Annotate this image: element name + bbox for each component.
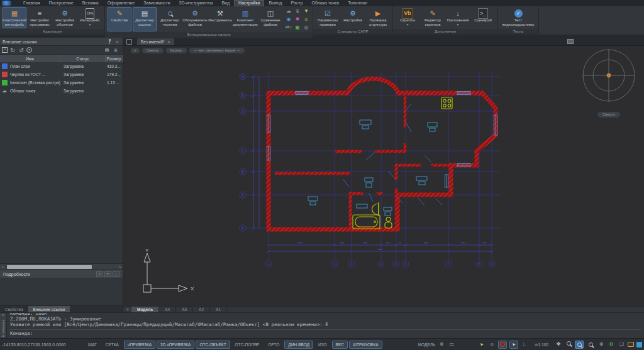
xref-manager-button[interactable]: ▤ Диспетчер ссылок: [133, 7, 157, 31]
scroll-left-arrow[interactable]: <: [0, 265, 6, 269]
tab-a1[interactable]: A1: [210, 307, 227, 312]
toggle-otrack-object[interactable]: ОТС-ОБЪЕКТ: [196, 341, 230, 349]
toggle-osnap[interactable]: оПРИВЯЗКА: [124, 341, 155, 349]
palette-icon[interactable]: ✱: [293, 15, 302, 23]
menu-tab-topoplan[interactable]: Топоплан: [343, 0, 372, 6]
properties-panel-button[interactable]: ✎ Свойства: [108, 7, 131, 31]
menu-tab-oformlenie[interactable]: Оформление: [103, 0, 139, 6]
layout-menu-icon[interactable]: ≡: [123, 307, 131, 312]
details-collapse-icon[interactable]: -: [113, 271, 119, 277]
classic-interface-button[interactable]: ▦ Классический интерфейс: [3, 7, 26, 28]
tab-a3[interactable]: A3: [176, 307, 193, 312]
document-tab[interactable]: Без имени0* ×: [137, 38, 174, 45]
notification-icon[interactable]: [636, 342, 642, 347]
xref-row[interactable]: Чертеж из ГОСТ ... Загружена 179.2...: [0, 70, 123, 79]
brightness-icon[interactable]: ☼: [488, 341, 496, 348]
bulb-icon[interactable]: ☼: [302, 15, 311, 23]
toggle-grid[interactable]: СЕТКА: [102, 341, 123, 349]
toggle-hatch[interactable]: ШТРИХОВКА: [349, 341, 382, 349]
structure-check-button[interactable]: ▶ Проверка структуры: [366, 7, 390, 28]
list-view-icon[interactable]: ▤: [103, 46, 111, 54]
space-mode-icon[interactable]: ⚙: [438, 341, 445, 348]
toggle-3d-osnap[interactable]: 3D оПРИВЯЗКА: [157, 341, 194, 349]
interface-cfg-button[interactable]: CFG Интерфейс ▾: [78, 7, 102, 28]
globe-icon[interactable]: ◉: [284, 15, 293, 23]
close-command-panel-icon[interactable]: ×: [2, 313, 4, 318]
reload-all-icon[interactable]: ↺: [18, 46, 25, 54]
tab-properties[interactable]: Свойства: [0, 306, 28, 312]
scrollbar-thumb[interactable]: [7, 265, 92, 269]
drawing-manager-button[interactable]: Диспетчер чертежа: [158, 7, 182, 31]
details-preview-icon[interactable]: ▭: [104, 271, 111, 277]
pin-icon[interactable]: [107, 39, 113, 45]
documentation-set-button[interactable]: ▥ Комплект документации: [233, 7, 257, 31]
check-parameters-button[interactable]: ☑ Параметры проверки: [316, 7, 340, 28]
zoom-icon[interactable]: [565, 341, 572, 348]
refresh-icon[interactable]: ↻: [9, 46, 16, 54]
toggle-ortho[interactable]: ОРТО: [264, 341, 283, 349]
toggle-otrack-polar[interactable]: ОТС-ПОЛЯР: [231, 341, 264, 349]
command-history[interactable]: Команда: ZOOM Z,ZOOM,ПО,ПОКАЗАТЬ - Зумир…: [7, 313, 644, 338]
menu-tab-rastr[interactable]: Растр: [287, 0, 308, 6]
annotation-scale[interactable]: m1:100: [535, 342, 548, 347]
attach-xref-icon[interactable]: ↗: [2, 47, 8, 53]
selection-cursor-icon[interactable]: ➤: [478, 341, 486, 348]
toggle-dynamic-input[interactable]: ДИН-ВВОД: [284, 341, 313, 349]
column-header-name[interactable]: Имя: [0, 55, 60, 62]
view-direction-pill[interactable]: Сверху: [142, 48, 164, 53]
regen-icon[interactable]: O: [608, 341, 615, 348]
cursor-mode-icon[interactable]: ➤: [509, 341, 518, 349]
applications-button[interactable]: ↓ Приложения ▾: [446, 7, 470, 28]
zoom-window-icon[interactable]: [586, 341, 595, 349]
tab-a2[interactable]: A2: [193, 307, 210, 312]
scroll-right-arrow[interactable]: >: [117, 265, 123, 269]
tab-external-references[interactable]: Внешние ссылки: [28, 306, 70, 312]
tree-view-icon[interactable]: ≣: [112, 46, 119, 54]
image-icon[interactable]: ▣: [293, 23, 302, 31]
horizontal-scrollbar[interactable]: < >: [0, 263, 123, 270]
zoom-realtime-icon[interactable]: [575, 341, 584, 349]
xref-row[interactable]: План слои Загружена 410.2...: [0, 62, 123, 70]
visual-style-pill[interactable]: Каркас: [166, 48, 187, 53]
toggle-iso[interactable]: ИЗО: [314, 341, 331, 349]
column-header-size[interactable]: Размер: [106, 55, 123, 62]
help-icon[interactable]: ?: [26, 47, 32, 53]
menu-tab-zavisimosti[interactable]: Зависимости: [139, 0, 174, 6]
column-header-status[interactable]: Статус: [60, 55, 106, 62]
object-settings-button[interactable]: ⚙ Настройка объектов: [53, 7, 77, 28]
menu-tab-vid[interactable]: Вид: [217, 0, 234, 6]
menu-tab-vstavka[interactable]: Вставка: [78, 0, 103, 6]
toggle-snap-step[interactable]: ШАГ: [84, 341, 101, 349]
close-document-icon[interactable]: ×: [168, 40, 170, 44]
command-prompt[interactable]: Команда:: [10, 329, 641, 338]
menu-tab-3d-instrumenty[interactable]: 3D-инструменты: [175, 0, 218, 6]
paper-preview-icon[interactable]: ▭: [448, 341, 455, 348]
file-explorer-button[interactable]: ⚙ Обозреватель файлов: [183, 7, 207, 31]
add-viewport-pill[interactable]: +: [131, 48, 140, 53]
menu-tab-vyvod[interactable]: Вывод: [264, 0, 286, 6]
toggle-lineweight[interactable]: ВЕС: [332, 341, 348, 349]
monitor-icon[interactable]: [628, 342, 634, 347]
video-subsystem-test-button[interactable]: ✓ Тест видеоподсистемы: [501, 7, 536, 28]
tab-model[interactable]: Модель: [131, 307, 159, 312]
tab-a4[interactable]: A4: [159, 307, 176, 312]
filter-icon[interactable]: ▼: [302, 7, 311, 15]
file-compare-button[interactable]: ◫ Сравнение файлов: [258, 7, 282, 31]
menu-tab-postroenie[interactable]: Построение: [45, 0, 78, 6]
scenario-button[interactable]: >_ Сценарий: [471, 7, 495, 28]
view-locator[interactable]: Сверху: [581, 46, 636, 118]
space-mode-label[interactable]: МОДЕЛЬ: [418, 342, 436, 347]
menu-tab-glavnaya[interactable]: Главная: [19, 0, 45, 6]
ucs-toggle-icon[interactable]: ∟: [521, 341, 528, 348]
paragraph-icon[interactable]: §: [293, 7, 302, 15]
tools-button[interactable]: ⚒ Инструменты: [208, 7, 232, 31]
locator-view-label[interactable]: Сверху: [597, 112, 620, 118]
orbit-icon[interactable]: ⊕: [597, 341, 605, 348]
program-settings-button[interactable]: ≡ Настройки программы: [28, 7, 52, 28]
script-editor-button[interactable]: ✎ Редактор скриптов: [421, 7, 445, 28]
details-list-icon[interactable]: ≡: [96, 271, 103, 277]
xref-row[interactable]: hannover (Вставка растра) Загружена 1.13…: [0, 79, 123, 87]
close-icon[interactable]: ×: [114, 40, 120, 44]
sphere-icon[interactable]: ◍: [302, 23, 311, 31]
spellcheck-icon[interactable]: AB✓: [284, 23, 293, 31]
